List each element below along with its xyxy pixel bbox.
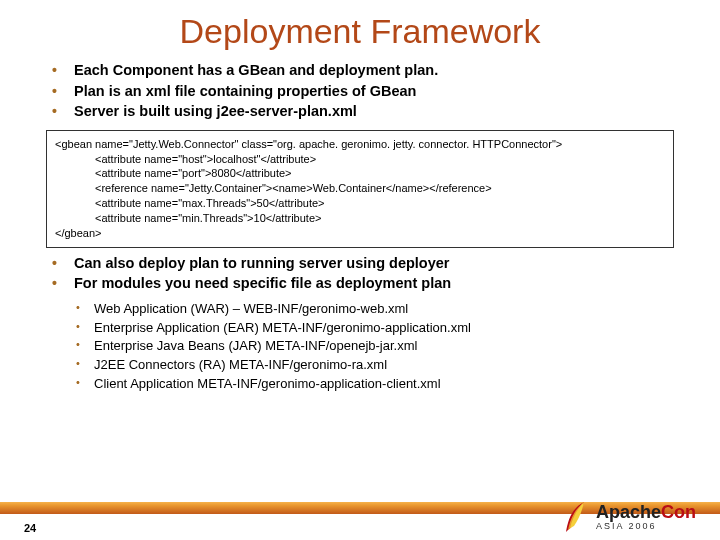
sub-bullet-item: Web Application (WAR) – WEB-INF/geronimo… bbox=[72, 300, 684, 319]
slide-title: Deployment Framework bbox=[36, 12, 684, 51]
logo-brand: ApacheCon bbox=[596, 503, 696, 521]
bullet-item: Plan is an xml file containing propertie… bbox=[50, 82, 684, 102]
logo-text-stack: ApacheCon ASIA 2006 bbox=[596, 503, 696, 531]
bullet-list-mid: Can also deploy plan to running server u… bbox=[50, 254, 684, 294]
slide: Deployment Framework Each Component has … bbox=[0, 0, 720, 540]
page-number: 24 bbox=[24, 522, 36, 534]
bullet-item: Each Component has a GBean and deploymen… bbox=[50, 61, 684, 81]
code-line: </gbean> bbox=[55, 226, 665, 241]
sub-bullet-item: Enterprise Application (EAR) META-INF/ge… bbox=[72, 319, 684, 338]
sub-bullet-item: Client Application META-INF/geronimo-app… bbox=[72, 375, 684, 394]
code-line: <reference name="Jetty.Container"><name>… bbox=[55, 181, 665, 196]
bullet-item: Server is built using j2ee-server-plan.x… bbox=[50, 102, 684, 122]
bullet-list-sub: Web Application (WAR) – WEB-INF/geronimo… bbox=[72, 300, 684, 394]
bullet-item: For modules you need specific file as de… bbox=[50, 274, 684, 294]
code-line: <attribute name="port">8080</attribute> bbox=[55, 166, 665, 181]
code-line: <gbean name="Jetty.Web.Connector" class=… bbox=[55, 137, 665, 152]
feather-icon bbox=[562, 500, 590, 534]
code-sample-box: <gbean name="Jetty.Web.Connector" class=… bbox=[46, 130, 674, 248]
bullet-item: Can also deploy plan to running server u… bbox=[50, 254, 684, 274]
code-line: <attribute name="max.Threads">50</attrib… bbox=[55, 196, 665, 211]
sub-bullet-item: Enterprise Java Beans (JAR) META-INF/ope… bbox=[72, 337, 684, 356]
logo-brand-red: Con bbox=[661, 502, 696, 522]
logo-subtitle: ASIA 2006 bbox=[596, 521, 657, 531]
code-line: <attribute name="min.Threads">10</attrib… bbox=[55, 211, 665, 226]
bullet-list-top: Each Component has a GBean and deploymen… bbox=[50, 61, 684, 122]
code-line: <attribute name="host">localhost"</attri… bbox=[55, 152, 665, 167]
conference-logo: ApacheCon ASIA 2006 bbox=[562, 500, 696, 534]
logo-brand-dark: Apache bbox=[596, 502, 661, 522]
sub-bullet-item: J2EE Connectors (RA) META-INF/geronimo-r… bbox=[72, 356, 684, 375]
